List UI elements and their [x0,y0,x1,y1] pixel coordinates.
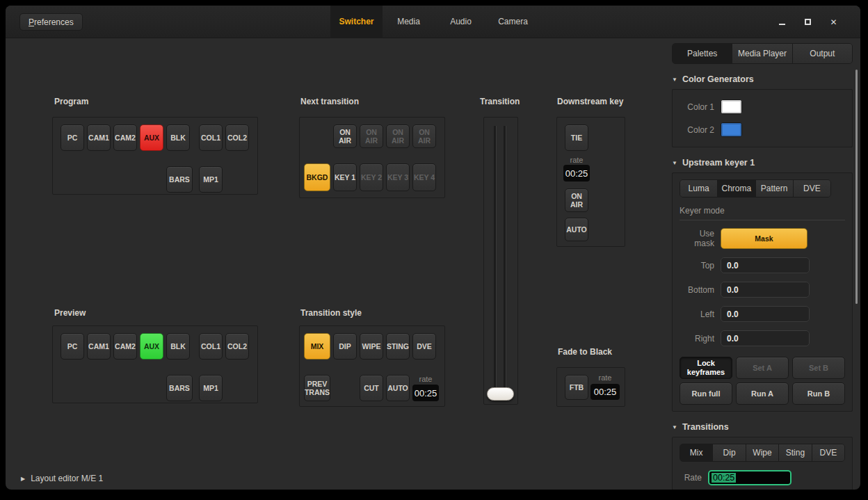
transitions-tab-sting[interactable]: Sting [779,444,812,461]
ftb-rate-display[interactable]: 00:25 [590,384,620,400]
auto-button[interactable]: AUTO [386,375,410,401]
preview-source-col1[interactable]: COL1 [199,333,223,360]
program-source-blk[interactable]: BLK [166,124,190,151]
transitions-rate-input[interactable]: 00:25 [708,470,791,485]
preview-source-col2[interactable]: COL2 [225,333,249,360]
bkgd-button[interactable]: BKGD [304,163,330,191]
transitions-tab-mix[interactable]: Mix [680,444,713,461]
expander-right-icon: ▶ [21,476,25,482]
dsk-rate-display[interactable]: 00:25 [563,165,590,182]
transition-style-panel: MIX DIP WIPE STING DVE PREV TRANS CUT AU… [299,325,445,407]
keyer-tab-pattern[interactable]: Pattern [756,180,794,197]
preview-source-pc[interactable]: PC [61,333,84,360]
style-rate-display[interactable]: 00:25 [412,385,439,401]
close-button[interactable]: ✕ [821,17,846,27]
transitions-header[interactable]: ▼ Transitions [672,422,853,432]
transitions-tab-dip[interactable]: Dip [713,444,746,461]
color-generators-title: Color Generators [682,74,754,84]
tab-audio[interactable]: Audio [435,6,487,38]
sidebar-tab-palettes[interactable]: Palettes [673,44,732,63]
color-generators-header[interactable]: ▼ Color Generators [672,74,853,84]
keyer-tab-chroma[interactable]: Chroma [718,180,755,197]
preview-source-bars[interactable]: BARS [166,375,193,401]
mask-top-input[interactable] [721,257,810,273]
minimize-button[interactable] [769,17,795,27]
key2-button[interactable]: KEY 2 [360,163,383,191]
set-b-button[interactable]: Set B [792,357,845,379]
color1-swatch[interactable] [721,99,742,114]
preview-title: Preview [54,308,86,318]
minimize-icon [779,24,785,25]
program-source-cam2[interactable]: CAM2 [113,124,137,151]
run-a-button[interactable]: Run A [736,382,789,405]
style-sting-button[interactable]: STING [386,333,410,360]
keyer-type-tab-bar: Luma Chroma Pattern DVE [680,179,831,197]
run-full-button[interactable]: Run full [680,382,732,405]
style-mix-button[interactable]: MIX [304,333,330,360]
preview-source-aux[interactable]: AUX [140,333,163,360]
dsk-tie-button[interactable]: TIE [565,124,588,151]
divider [680,220,845,220]
color2-swatch[interactable] [721,122,742,137]
sidebar-tab-output[interactable]: Output [793,44,852,63]
run-b-button[interactable]: Run B [792,382,845,405]
mask-bottom-row: Bottom [680,282,845,298]
use-mask-row: Use mask Mask [680,228,845,249]
preview-source-cam1[interactable]: CAM1 [87,333,111,360]
sidebar-scrollbar[interactable] [855,70,858,304]
t-bar-handle[interactable] [487,387,514,401]
transitions-tab-wipe[interactable]: Wipe [746,444,779,461]
preferences-button[interactable]: Preferences [19,13,83,31]
program-source-col2[interactable]: COL2 [225,124,249,151]
transitions-tab-dve[interactable]: DVE [812,444,844,461]
dsk-on-air-button[interactable]: ON AIR [565,188,588,212]
key4-on-air-button[interactable]: ON AIR [412,124,436,148]
transitions-rate-label: Rate [680,473,702,483]
style-dve-button[interactable]: DVE [412,333,436,360]
app-window: Preferences Switcher Media Audio Camera … [6,6,860,490]
style-dip-button[interactable]: DIP [333,333,357,360]
set-a-button[interactable]: Set A [736,357,789,379]
preview-source-cam2[interactable]: CAM2 [113,333,137,360]
program-source-col1[interactable]: COL1 [199,124,223,151]
key3-button[interactable]: KEY 3 [386,163,410,191]
program-source-bars[interactable]: BARS [166,166,193,193]
program-source-mp1[interactable]: MP1 [199,166,223,193]
style-wipe-button[interactable]: WIPE [360,333,383,360]
mask-toggle-button[interactable]: Mask [721,228,807,249]
sidebar-tab-media-player[interactable]: Media Player [732,44,792,63]
cut-button[interactable]: CUT [360,375,383,401]
maximize-icon [805,19,811,25]
key1-button[interactable]: KEY 1 [333,163,357,191]
keyer-tab-dve[interactable]: DVE [794,180,830,197]
program-source-cam1[interactable]: CAM1 [87,124,111,151]
sidebar-tab-bar: Palettes Media Player Output [672,43,853,64]
key2-on-air-button[interactable]: ON AIR [360,124,383,148]
ftb-button[interactable]: FTB [565,375,588,400]
mask-left-row: Left [680,306,845,322]
program-source-pc[interactable]: PC [61,124,84,151]
key4-button[interactable]: KEY 4 [412,163,436,191]
layout-editor-expander[interactable]: ▶ Layout editor M/E 1 [21,474,103,483]
mask-bottom-input[interactable] [721,282,810,298]
key3-on-air-button[interactable]: ON AIR [386,124,410,148]
keyer-mode-label: Keyer mode [680,206,845,216]
preview-source-mp1[interactable]: MP1 [199,375,223,401]
keyer-tab-luma[interactable]: Luma [680,180,718,197]
mask-left-input[interactable] [721,306,810,322]
preview-source-blk[interactable]: BLK [166,333,190,360]
tab-switcher[interactable]: Switcher [330,6,383,38]
lock-keyframes-button[interactable]: Lock keyframes [680,357,732,379]
dsk-auto-button[interactable]: AUTO [565,218,588,241]
program-source-aux[interactable]: AUX [140,124,163,151]
transition-title: Transition [480,97,520,106]
maximize-button[interactable] [795,17,821,27]
fade-to-black-panel: FTB rate 00:25 [556,367,625,407]
upstream-keyer-header[interactable]: ▼ Upstream keyer 1 [672,158,853,168]
tab-camera[interactable]: Camera [487,6,539,38]
transition-t-bar[interactable] [483,117,518,405]
mask-right-input[interactable] [721,330,810,346]
prev-trans-button[interactable]: PREV TRANS [304,375,330,401]
key1-on-air-button[interactable]: ON AIR [333,124,357,148]
tab-media[interactable]: Media [383,6,435,38]
